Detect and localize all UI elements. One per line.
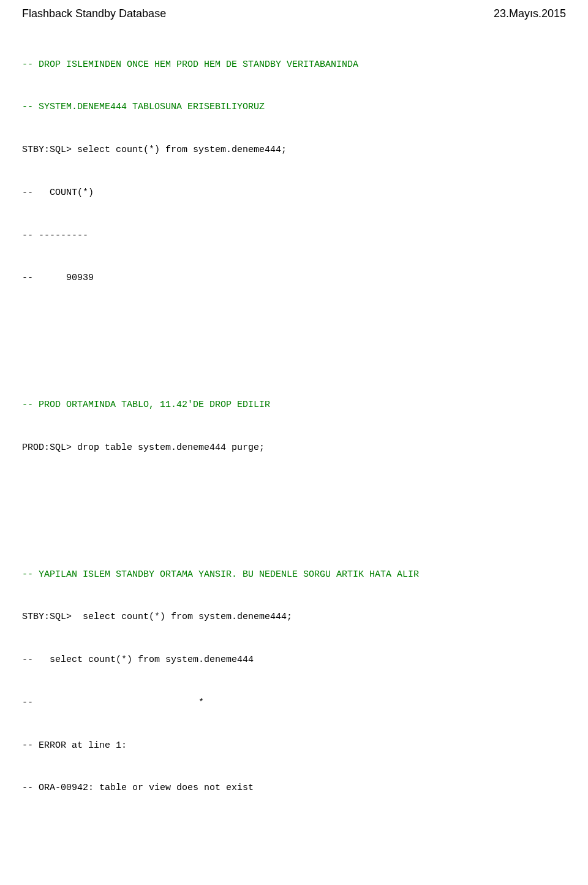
document-page: Flashback Standby Database 23.Mayıs.2015…	[0, 0, 588, 885]
spacer	[22, 498, 566, 525]
output-line: -- ORA-00942: table or view does not exi…	[22, 781, 566, 795]
header-right: 23.Mayıs.2015	[494, 7, 566, 20]
sql-line: STBY:SQL> select count(*) from system.de…	[22, 610, 566, 624]
header-left: Flashback Standby Database	[22, 7, 166, 20]
output-line: -- ERROR at line 1:	[22, 739, 566, 753]
output-line: -- 90939	[22, 271, 566, 285]
output-line: -- select count(*) from system.deneme444	[22, 653, 566, 667]
comment-line: -- SYSTEM.DENEME444 TABLOSUNA ERISEBILIY…	[22, 100, 566, 114]
code-block: -- DROP ISLEMINDEN ONCE HEM PROD HEM DE …	[22, 29, 566, 885]
comment-line: -- PROD ORTAMINDA TABLO, 11.42'DE DROP E…	[22, 398, 566, 412]
output-line: -- ---------	[22, 229, 566, 243]
spacer	[22, 838, 566, 865]
sql-line: PROD:SQL> drop table system.deneme444 pu…	[22, 441, 566, 455]
output-line: -- COUNT(*)	[22, 186, 566, 200]
sql-line: STBY:SQL> select count(*) from system.de…	[22, 143, 566, 157]
comment-line: -- DROP ISLEMINDEN ONCE HEM PROD HEM DE …	[22, 58, 566, 72]
spacer	[22, 328, 566, 355]
page-header: Flashback Standby Database 23.Mayıs.2015	[22, 7, 566, 20]
output-line: -- *	[22, 696, 566, 710]
comment-line: -- YAPILAN ISLEM STANDBY ORTAMA YANSIR. …	[22, 568, 566, 582]
